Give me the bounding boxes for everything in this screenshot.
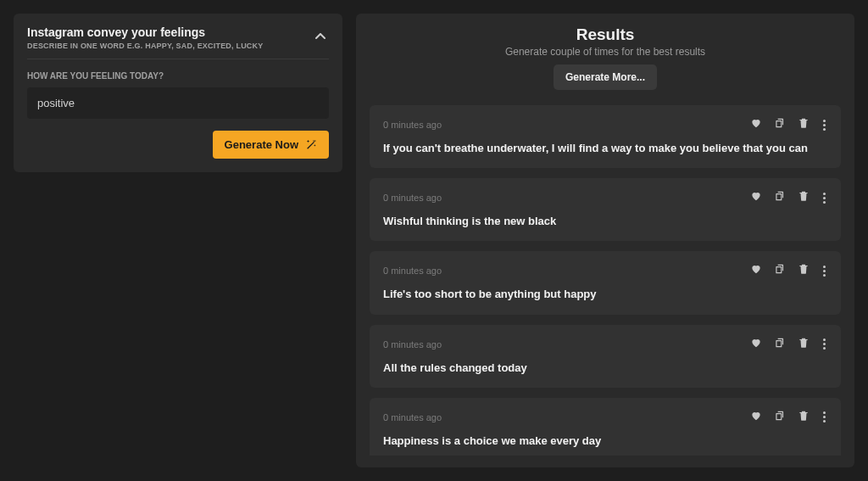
heart-icon[interactable] <box>750 190 762 205</box>
generate-button[interactable]: Generate Now <box>213 131 329 159</box>
results-title: Results <box>370 25 841 44</box>
trash-icon[interactable] <box>798 337 810 352</box>
card-header-text: Instagram convey your feelings DESCRIBE … <box>27 25 263 50</box>
result-actions <box>750 337 827 352</box>
card-subtitle: DESCRIBE IN ONE WORD E.G. HAPPY, SAD, EX… <box>27 42 263 50</box>
result-item: 0 minutes agoWishful thinking is the new… <box>370 178 841 241</box>
input-label: HOW ARE YOU FEELING TODAY? <box>27 71 329 81</box>
result-actions <box>750 117 827 132</box>
result-timestamp: 0 minutes ago <box>383 120 442 130</box>
button-row: Generate Now <box>27 131 329 159</box>
heart-icon[interactable] <box>750 117 762 132</box>
result-actions <box>750 410 827 425</box>
results-panel: Results Generate couple of times for the… <box>356 14 854 467</box>
result-actions <box>750 190 827 205</box>
results-header: Results Generate couple of times for the… <box>370 25 841 90</box>
generate-more-button[interactable]: Generate More... <box>554 64 657 90</box>
results-list[interactable]: 0 minutes agoIf you can't breathe underw… <box>370 105 841 456</box>
input-card: Instagram convey your feelings DESCRIBE … <box>14 14 342 172</box>
copy-icon[interactable] <box>774 190 786 205</box>
result-item: 0 minutes agoAll the rules changed today <box>370 325 841 388</box>
heart-icon[interactable] <box>750 337 762 352</box>
result-top: 0 minutes ago <box>383 337 827 352</box>
result-item: 0 minutes agoHappiness is a choice we ma… <box>370 398 841 456</box>
more-icon[interactable] <box>821 266 827 277</box>
trash-icon[interactable] <box>798 190 810 205</box>
result-top: 0 minutes ago <box>383 263 827 278</box>
more-icon[interactable] <box>821 411 827 422</box>
chevron-up-icon[interactable] <box>312 27 329 46</box>
card-header: Instagram convey your feelings DESCRIBE … <box>27 25 329 59</box>
feeling-input[interactable] <box>27 87 329 119</box>
result-timestamp: 0 minutes ago <box>383 266 442 276</box>
copy-icon[interactable] <box>774 117 786 132</box>
form-panel: Instagram convey your feelings DESCRIBE … <box>14 14 342 467</box>
card-title: Instagram convey your feelings <box>27 25 263 40</box>
more-icon[interactable] <box>821 193 827 204</box>
result-top: 0 minutes ago <box>383 117 827 132</box>
copy-icon[interactable] <box>774 410 786 425</box>
result-item: 0 minutes agoLife's too short to be anyt… <box>370 251 841 314</box>
results-subtitle: Generate couple of times for the best re… <box>370 46 841 58</box>
copy-icon[interactable] <box>774 337 786 352</box>
result-timestamp: 0 minutes ago <box>383 339 442 350</box>
more-icon[interactable] <box>821 338 827 350</box>
more-icon[interactable] <box>821 120 827 131</box>
copy-icon[interactable] <box>774 263 786 278</box>
result-text: All the rules changed today <box>383 361 827 376</box>
result-top: 0 minutes ago <box>383 410 827 425</box>
trash-icon[interactable] <box>798 263 810 278</box>
result-text: Life's too short to be anything but happ… <box>383 287 827 302</box>
heart-icon[interactable] <box>750 263 762 278</box>
result-actions <box>750 263 827 278</box>
result-text: Wishful thinking is the new black <box>383 214 827 229</box>
heart-icon[interactable] <box>750 410 762 425</box>
result-text: If you can't breathe underwater, I will … <box>383 141 827 156</box>
result-timestamp: 0 minutes ago <box>383 412 442 422</box>
result-timestamp: 0 minutes ago <box>383 193 442 203</box>
trash-icon[interactable] <box>798 117 810 132</box>
generate-button-label: Generate Now <box>225 138 298 151</box>
result-text: Happiness is a choice we make every day <box>383 433 827 449</box>
trash-icon[interactable] <box>798 410 810 425</box>
result-top: 0 minutes ago <box>383 190 827 205</box>
result-item: 0 minutes agoIf you can't breathe underw… <box>370 105 841 168</box>
magic-wand-icon <box>305 138 317 150</box>
